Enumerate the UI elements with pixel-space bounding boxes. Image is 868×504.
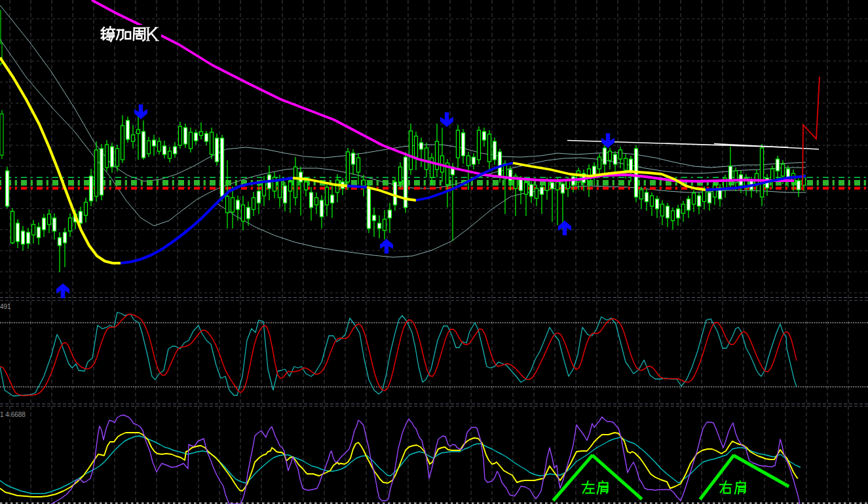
- svg-text:491: 491: [0, 303, 11, 310]
- svg-text:1 4.6688: 1 4.6688: [0, 411, 26, 418]
